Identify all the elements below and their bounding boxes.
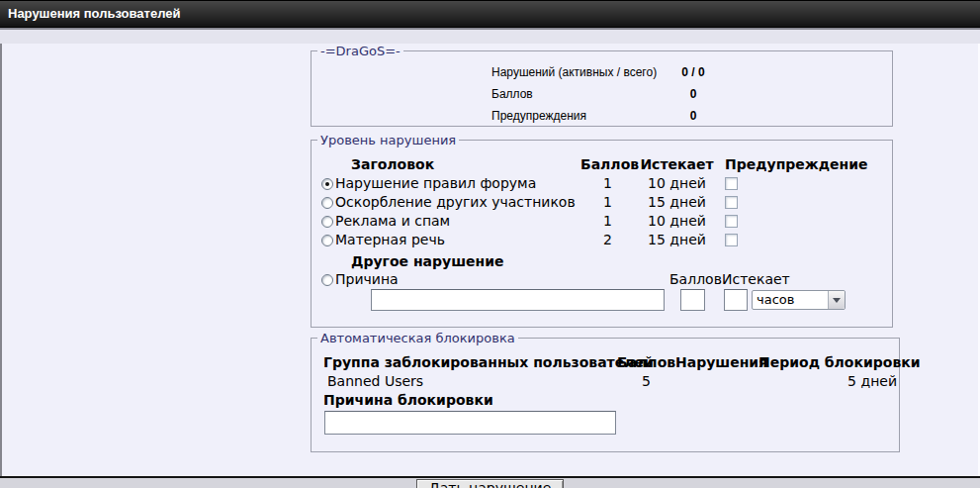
user-stats-table: Нарушений (активных / всего) 0 / 0 Балло… (491, 61, 890, 127)
infraction-option-row: Нарушение правил форума 1 10 дней (313, 174, 890, 193)
column-header-title: Заголовок (321, 155, 580, 174)
infraction-option-row: Реклама и спам 1 10 дней (313, 212, 890, 231)
infraction-points: 1 (580, 193, 635, 212)
other-points-input[interactable] (680, 289, 705, 311)
infraction-option-label: Нарушение правил форума (335, 175, 536, 191)
infraction-level-legend: Уровень нарушения (317, 133, 459, 147)
other-infraction-heading: Другое нарушение (351, 252, 890, 271)
user-stats-legend: -=DraGoS=- (317, 44, 403, 58)
expires-unit-select[interactable]: часов (752, 290, 846, 310)
ban-points-value: 5 (617, 372, 675, 391)
warning-checkbox[interactable] (725, 234, 738, 246)
give-infraction-button[interactable]: Дать нарушение (416, 479, 565, 488)
infraction-option-label: Оскорбление других участников (335, 194, 576, 210)
infraction-radio[interactable] (321, 216, 333, 228)
auto-ban-legend: Автоматическая блокировка (317, 331, 518, 345)
user-stats-panel: -=DraGoS=- Нарушений (активных / всего) … (311, 44, 893, 127)
infraction-points: 1 (580, 174, 635, 193)
other-reason-input[interactable] (371, 289, 665, 311)
ban-group-value: Banned Users (323, 372, 617, 391)
other-expires-label: Истекает (722, 271, 790, 287)
infraction-option-label: Матерная речь (335, 232, 445, 247)
ban-infractions-value (675, 372, 758, 391)
stat-value-warnings: 0 (658, 105, 729, 127)
other-infraction-labels: Причина Баллов Истекает (313, 271, 890, 289)
stat-row: Предупреждения 0 (491, 105, 890, 127)
infraction-expires: 10 дней (635, 174, 719, 193)
other-reason-radio[interactable] (321, 274, 333, 286)
other-reason-label: Причина (335, 271, 399, 287)
ban-table-row: Banned Users 5 5 дней (313, 372, 897, 391)
other-points-label: Баллов (669, 271, 722, 287)
warning-checkbox[interactable] (725, 177, 738, 190)
page-titlebar: Нарушения пользователей (0, 0, 980, 28)
column-header-warning: Предупреждение (719, 155, 890, 174)
column-header-ban-period: Период блокировки (758, 353, 897, 372)
stat-label-warnings: Предупреждения (491, 105, 658, 127)
infraction-level-panel: Уровень нарушения Заголовок Баллов Истек… (311, 133, 893, 328)
infraction-option-row: Оскорбление других участников 1 15 дней (313, 193, 890, 212)
stat-value-infractions: 0 / 0 (658, 61, 729, 83)
column-header-ban-infractions: Нарушения (675, 353, 758, 372)
stat-label-infractions: Нарушений (активных / всего) (491, 61, 658, 83)
column-header-ban-group: Группа заблокированных пользователей (323, 353, 617, 372)
infraction-option-row: Матерная речь 2 15 дней (313, 231, 890, 249)
column-header-ban-points: Баллов (617, 353, 675, 372)
infraction-option-label: Реклама и спам (335, 213, 450, 229)
other-expires-input[interactable] (724, 289, 748, 311)
stat-row: Нарушений (активных / всего) 0 / 0 (491, 61, 890, 83)
warning-checkbox[interactable] (725, 215, 738, 228)
titlebar-divider (0, 28, 980, 30)
infraction-expires: 15 дней (635, 231, 719, 249)
infraction-radio[interactable] (321, 197, 333, 209)
page-title: Нарушения пользователей (8, 6, 180, 21)
ban-table-header: Группа заблокированных пользователей Бал… (313, 353, 897, 372)
ban-period-value: 5 дней (758, 372, 897, 391)
ban-reason-input[interactable] (324, 411, 616, 435)
ban-reason-label: Причина блокировки (323, 391, 897, 410)
infraction-radio[interactable] (321, 178, 333, 190)
footer-bar: Дать нарушение (0, 478, 980, 488)
infraction-radio[interactable] (321, 235, 333, 246)
infraction-points: 2 (580, 231, 635, 249)
infraction-table-header: Заголовок Баллов Истекает Предупреждение (313, 155, 890, 174)
stat-row: Баллов 0 (491, 83, 890, 105)
stat-value-points: 0 (658, 83, 729, 105)
infraction-points: 1 (580, 212, 635, 231)
column-header-expires: Истекает (635, 155, 719, 174)
auto-ban-panel: Автоматическая блокировка Группа заблоки… (311, 331, 900, 452)
other-infraction-inputs: часов (313, 289, 890, 319)
content-area: -=DraGoS=- Нарушений (активных / всего) … (0, 44, 980, 476)
column-header-points: Баллов (580, 155, 635, 174)
stat-label-points: Баллов (491, 83, 658, 105)
warning-checkbox[interactable] (725, 196, 738, 209)
expires-unit-value: часов (753, 291, 828, 309)
chevron-down-icon[interactable] (828, 291, 845, 309)
infraction-expires: 10 дней (635, 212, 719, 231)
infraction-expires: 15 дней (635, 193, 719, 212)
